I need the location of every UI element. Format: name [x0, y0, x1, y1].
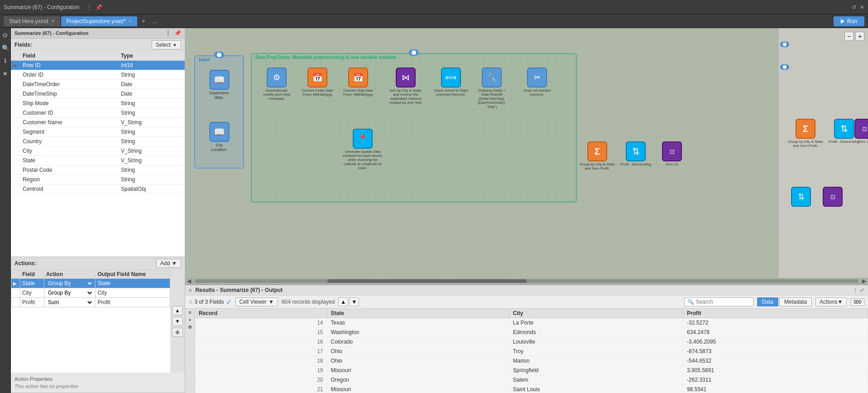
data-tab[interactable]: Data	[757, 297, 778, 306]
move-down-button[interactable]: ▼	[172, 317, 183, 326]
mini-toggle2[interactable]	[780, 64, 789, 70]
field-row[interactable]: DateTimeShip Date	[11, 89, 185, 99]
search-input[interactable]	[696, 299, 750, 305]
sort-b-node[interactable]: ⇅	[787, 187, 815, 207]
centroid-node[interactable]: 📍 Generate Spatial Data Centroid for eac…	[342, 129, 383, 170]
action-select[interactable]: Sum Sum Count Min Max	[46, 299, 94, 306]
results-row[interactable]: 20 Oregon Salem -262.3311	[195, 375, 868, 385]
window-title: Summarize (67) - Configuration	[4, 4, 79, 10]
sort-desc-button[interactable]: ▼	[349, 297, 359, 306]
search-icon[interactable]: 🔍	[2, 44, 9, 52]
actions-dropdown-button[interactable]: Actions ▼	[815, 297, 847, 306]
dots-icon[interactable]: ⋮	[86, 4, 92, 10]
results-row[interactable]: 16 Colorado Louisville -3,406.2095	[195, 337, 868, 347]
field-row[interactable]: Customer Name V_String	[11, 118, 185, 127]
action-row-action[interactable]: Group By Sum Count Min Max	[44, 288, 96, 298]
action-select[interactable]: Group By Sum Count Min Max	[46, 289, 94, 296]
info-icon[interactable]: ℹ	[2, 57, 9, 64]
field-row[interactable]: Segment String	[11, 127, 185, 137]
favorite-icon[interactable]: ★	[2, 70, 9, 77]
col-profit[interactable]: Profit	[683, 309, 868, 318]
action-row[interactable]: ▶ State Group By Sum Count Min Max State	[11, 279, 170, 288]
close-icon[interactable]: ✕	[860, 4, 864, 10]
city-location-node[interactable]: 📖 City Location.	[207, 122, 231, 152]
pin-icon[interactable]: 📌	[96, 4, 102, 10]
results-row[interactable]: 15 Washington Edmonds 634.2478	[195, 328, 868, 337]
sort-asc-button[interactable]: ▲	[338, 297, 348, 306]
tab-start-here-close[interactable]: ✕	[51, 19, 55, 24]
move-up-button[interactable]: ▲	[172, 306, 183, 315]
drop-cols-node[interactable]: ✂ Drop not needed columns.	[519, 68, 555, 97]
results-row[interactable]: 19 Missouri Springfield 3,905.5891	[195, 366, 868, 375]
field-row[interactable]: Postal Code String	[11, 165, 185, 175]
field-row[interactable]: Centroid SpatialObj	[11, 184, 185, 194]
auto-modify-node[interactable]: ⚙ Automatically modify each field metada…	[261, 68, 293, 101]
first10-b2-node[interactable]: ⊡	[819, 187, 846, 207]
action-select[interactable]: Group By Sum Count Min Max	[46, 280, 94, 287]
hscroll-left-arrow[interactable]: ◀	[185, 278, 193, 284]
field-row[interactable]: Region String	[11, 175, 185, 184]
field-row[interactable]: DateTimeOrder Date	[11, 80, 185, 89]
results-expand-icon[interactable]: ⤢	[860, 287, 864, 293]
zoom-in-button[interactable]: +	[855, 32, 864, 41]
results-menu-icon[interactable]: ⋮	[853, 287, 858, 293]
first10-node-b[interactable]: ⊡ First 10	[851, 119, 868, 144]
tab-project-superstore-close[interactable]: ✕	[128, 19, 132, 24]
cell-viewer-label: Cell Viewer	[240, 299, 267, 305]
results-row[interactable]: 17 Ohio Troy -874.5873	[195, 347, 868, 356]
field-row[interactable]: Customer ID String	[11, 108, 185, 118]
first10-main-node[interactable]: ⊡ First 10	[658, 141, 686, 166]
check-icon: ✓	[226, 298, 232, 306]
num-format-button[interactable]: 000	[850, 298, 864, 306]
canvas-hscroll[interactable]: ◀ ▶	[185, 278, 868, 284]
shipping-delay-node[interactable]: 🔧 Shipping Delay = DateTimeDiff ([DateTi…	[474, 68, 510, 109]
join-node[interactable]: ⋈ Join by City & State, and remove the d…	[388, 68, 424, 105]
prep-toggle[interactable]	[409, 49, 419, 56]
settings-icon[interactable]: ⚙	[2, 32, 9, 39]
config-dots-icon[interactable]: ⋮	[165, 30, 171, 36]
tab-project-superstore[interactable]: ProjectSuperstore.yxwz* ✕	[61, 16, 138, 26]
select-button[interactable]: Select ▼	[152, 40, 181, 49]
hscroll-thumb[interactable]	[327, 279, 527, 283]
action-row-action[interactable]: Group By Sum Count Min Max	[44, 279, 96, 288]
zoom-out-button[interactable]: −	[844, 32, 854, 41]
results-row[interactable]: 14 Texas La Porte -32.5272	[195, 318, 868, 328]
col-state[interactable]: State	[327, 309, 509, 318]
refresh-icon[interactable]: ↺	[852, 4, 856, 10]
col-city[interactable]: City	[509, 309, 683, 318]
field-row[interactable]: State V_String	[11, 156, 185, 165]
metadata-tab[interactable]: Metadata	[779, 297, 812, 306]
action-row[interactable]: Profit Sum Sum Count Min Max Profit	[11, 298, 170, 307]
results-row[interactable]: 18 Ohio Marion -544.6532	[195, 356, 868, 366]
field-row[interactable]: Order ID String	[11, 70, 185, 80]
tab-start-here[interactable]: Start Here.yxmd ✕	[4, 16, 60, 26]
config-pin-icon[interactable]: 📌	[174, 30, 181, 36]
run-button[interactable]: Run	[834, 16, 864, 26]
cell-viewer-button[interactable]: Cell Viewer ▼	[235, 297, 278, 306]
field-row-name: Region	[20, 175, 118, 184]
convert-order-node[interactable]: 📅 Convert Order Date From: MM/dd/yyyy	[302, 68, 333, 97]
mini-toggle[interactable]	[780, 42, 789, 47]
summarize-main-node[interactable]: Σ Group by City & State and Sum Profit.	[579, 141, 615, 170]
target-button[interactable]: ⊕	[172, 328, 183, 337]
tab-more-button[interactable]: ...	[149, 16, 160, 26]
union-node[interactable]: ⟺ Union Joined & Right Unjoined Records.	[433, 68, 469, 97]
action-row[interactable]: City Group By Sum Count Min Max City	[11, 288, 170, 298]
field-row[interactable]: ▶ Row ID Int16	[11, 61, 185, 70]
hscroll-right-arrow[interactable]: ▶	[860, 278, 868, 284]
results-row[interactable]: 21 Missouri Saint Louis 98.5541	[195, 385, 868, 393]
field-row[interactable]: Ship Mode String	[11, 99, 185, 108]
convert-ship-node[interactable]: 📅 Convert Ship Date From: MM/dd/yyyy	[342, 68, 374, 97]
field-row[interactable]: City V_String	[11, 146, 185, 156]
tab-add-button[interactable]: +	[138, 16, 149, 26]
add-button[interactable]: Add ▼	[156, 259, 181, 268]
action-row-action[interactable]: Sum Sum Count Min Max	[44, 298, 96, 307]
summarize-node[interactable]: Σ Group by City & State and Sum Profit.	[787, 119, 824, 148]
input-toggle[interactable]	[214, 52, 224, 58]
col-record[interactable]: Record	[195, 309, 327, 318]
sort-main-node[interactable]: ⇅ Profit - Descending	[620, 141, 652, 166]
superstore-node[interactable]: 📖 Superstore data.	[207, 70, 231, 100]
field-row[interactable]: Country String	[11, 137, 185, 146]
hscroll-track[interactable]	[195, 279, 858, 283]
search-icon: 🔍	[687, 299, 694, 305]
